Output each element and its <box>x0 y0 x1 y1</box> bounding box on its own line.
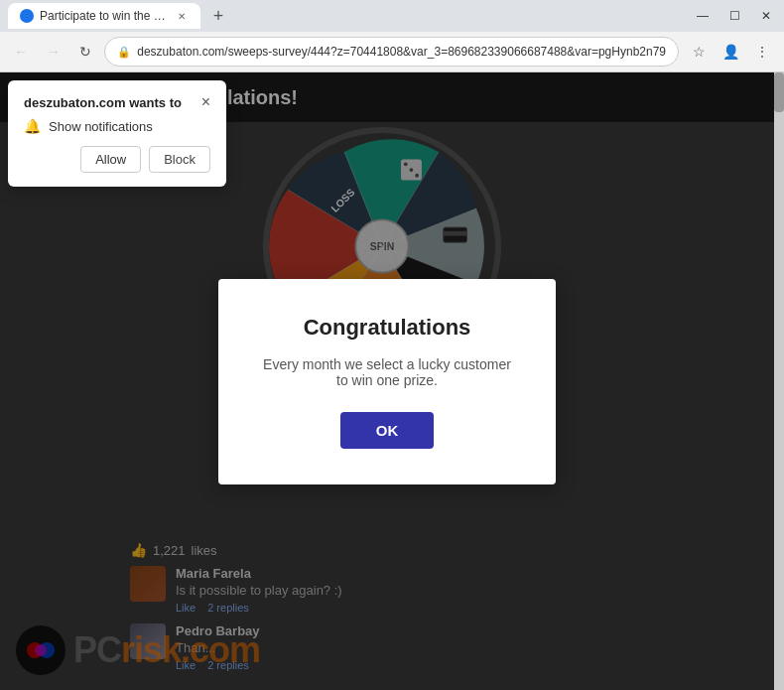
back-button[interactable]: ← <box>8 38 34 66</box>
address-bar[interactable]: 🔒 deszubaton.com/sweeps-survey/444?z=704… <box>104 37 679 67</box>
block-button[interactable]: Block <box>149 146 210 173</box>
notification-label-row: 🔔 Show notifications <box>24 118 210 134</box>
notification-label: Show notifications <box>49 119 153 134</box>
allow-button[interactable]: Allow <box>80 146 141 173</box>
scrollbar[interactable] <box>774 72 784 690</box>
address-text: deszubaton.com/sweeps-survey/444?z=70441… <box>137 45 666 59</box>
modal-text: Every month we select a lucky customer t… <box>258 356 516 388</box>
star-icon[interactable]: ☆ <box>685 38 713 66</box>
restore-button[interactable]: ☐ <box>724 6 744 26</box>
browser-chrome: Participate to win the prize ✕ + — ☐ ✕ ←… <box>0 0 784 72</box>
reload-button[interactable]: ↻ <box>72 38 98 66</box>
minimize-button[interactable]: — <box>693 6 713 26</box>
congratulations-modal: Congratulations Every month we select a … <box>218 279 556 484</box>
forward-button[interactable]: → <box>40 38 65 66</box>
browser-titlebar: Participate to win the prize ✕ + — ☐ ✕ <box>0 0 784 32</box>
close-button[interactable]: ✕ <box>756 6 776 26</box>
page-content: Congratulations! <box>0 72 784 690</box>
window-controls: — ☐ ✕ <box>693 6 776 26</box>
browser-tab[interactable]: Participate to win the prize ✕ <box>8 3 200 29</box>
menu-icon[interactable]: ⋮ <box>748 38 776 66</box>
notification-popup: deszubaton.com wants to × 🔔 Show notific… <box>8 80 226 187</box>
tab-close-button[interactable]: ✕ <box>175 9 189 23</box>
modal-title: Congratulations <box>258 315 516 341</box>
toolbar-icons: ☆ 👤 ⋮ <box>685 38 776 66</box>
modal-ok-button[interactable]: OK <box>340 412 435 449</box>
notification-header: deszubaton.com wants to × <box>24 94 210 110</box>
lock-icon: 🔒 <box>117 46 131 59</box>
bell-icon: 🔔 <box>24 118 41 134</box>
notification-buttons: Allow Block <box>24 146 210 173</box>
notification-close-button[interactable]: × <box>201 94 210 110</box>
tab-title: Participate to win the prize <box>40 9 169 23</box>
notification-title: deszubaton.com wants to <box>24 95 182 110</box>
tab-favicon <box>20 9 34 23</box>
profile-icon[interactable]: 👤 <box>717 38 744 66</box>
browser-toolbar: ← → ↻ 🔒 deszubaton.com/sweeps-survey/444… <box>0 32 784 71</box>
new-tab-button[interactable]: + <box>204 2 232 30</box>
scrollbar-thumb[interactable] <box>774 72 784 112</box>
